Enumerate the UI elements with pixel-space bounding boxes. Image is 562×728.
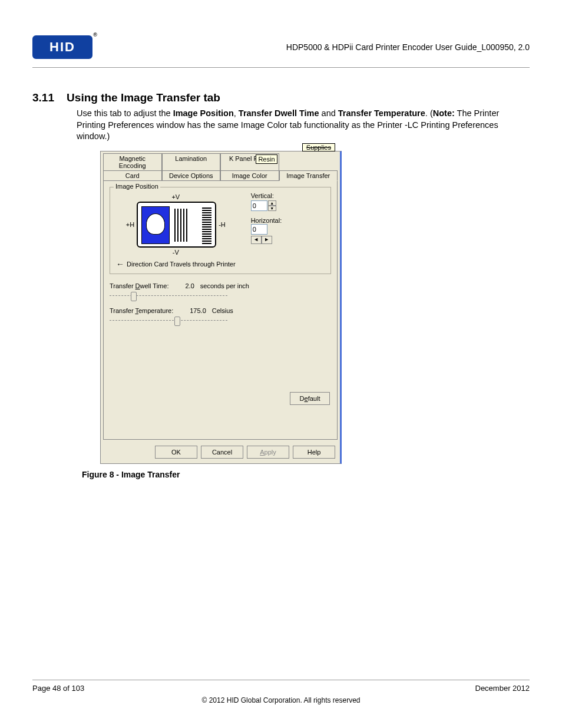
plus-h-label: +H bbox=[126, 221, 134, 228]
dwell-slider[interactable] bbox=[110, 291, 227, 301]
group-title: Image Position bbox=[114, 183, 160, 190]
vertical-up-button[interactable]: ▲ bbox=[268, 200, 276, 206]
section-number: 3.11 bbox=[32, 91, 54, 104]
tab-k-panel-resin[interactable]: K Panel Resin Resin bbox=[220, 153, 279, 170]
section-body: Use this tab to adjust the Image Positio… bbox=[77, 108, 524, 143]
body-bold: Note: bbox=[433, 108, 455, 118]
body-bold: Transfer Dwell Time bbox=[239, 108, 319, 118]
tab-magnetic-encoding[interactable]: Magnetic Encoding bbox=[103, 153, 162, 170]
tab-image-transfer[interactable]: Image Transfer bbox=[279, 170, 338, 181]
minus-h-label: -H bbox=[219, 221, 226, 228]
card-preview bbox=[137, 202, 216, 248]
horizontal-label: Horizontal: bbox=[251, 217, 282, 224]
horizontal-left-button[interactable]: ◄ bbox=[251, 236, 262, 244]
arrow-left-icon: ← bbox=[116, 259, 124, 269]
copyright: © 2012 HID Global Corporation. All right… bbox=[32, 696, 530, 704]
slider-thumb-icon[interactable] bbox=[174, 317, 180, 326]
dwell-label: Transfer Dwell Time: bbox=[110, 282, 168, 289]
hid-logo: HID bbox=[32, 35, 92, 59]
temp-slider[interactable] bbox=[110, 315, 227, 326]
temp-label: Transfer Temperature: bbox=[110, 307, 173, 314]
body-bold: Image Position bbox=[173, 108, 234, 118]
figure-caption: Figure 8 - Image Transfer bbox=[82, 470, 530, 479]
minus-v-label: -V bbox=[173, 249, 179, 256]
vertical-input[interactable] bbox=[251, 200, 267, 211]
vertical-down-button[interactable]: ▼ bbox=[268, 206, 276, 211]
page-header: HID HDP5000 & HDPii Card Printer Encoder… bbox=[32, 35, 530, 68]
cancel-button[interactable]: Cancel bbox=[201, 446, 243, 459]
default-button[interactable]: Default bbox=[290, 392, 330, 405]
temp-unit: Celsius bbox=[212, 307, 233, 314]
tab-image-color[interactable]: Image Color bbox=[220, 170, 279, 180]
overlay-strike: Supplies bbox=[302, 143, 335, 151]
page-number: Page 48 of 103 bbox=[32, 684, 84, 693]
temp-value: 175.0 bbox=[190, 307, 206, 314]
body-text: Use this tab to adjust the bbox=[77, 108, 173, 118]
tab-device-options[interactable]: Device Options bbox=[162, 170, 221, 180]
vertical-label: Vertical: bbox=[251, 192, 282, 199]
doc-title: HDP5000 & HDPii Card Printer Encoder Use… bbox=[286, 42, 530, 52]
image-position-group: Image Position +V +H bbox=[110, 187, 331, 274]
direction-label: Direction Card Travels through Printer bbox=[127, 261, 236, 268]
apply-button[interactable]: Apply bbox=[247, 446, 289, 459]
body-text: , bbox=[234, 108, 239, 118]
body-bold: Transfer Temperature bbox=[338, 108, 425, 118]
ok-button[interactable]: OK bbox=[155, 446, 197, 459]
body-text: and bbox=[319, 108, 338, 118]
section-heading: 3.11 Using the Image Transfer tab bbox=[32, 91, 530, 104]
plus-v-label: +V bbox=[171, 193, 180, 200]
tooltip-resin: Resin bbox=[256, 154, 277, 164]
section-title: Using the Image Transfer tab bbox=[67, 91, 220, 104]
preferences-dialog: Supplies Magnetic Encoding Lamination K … bbox=[100, 151, 342, 464]
footer-date: December 2012 bbox=[475, 684, 530, 693]
tab-lamination[interactable]: Lamination bbox=[162, 153, 221, 170]
body-text: . ( bbox=[425, 108, 433, 118]
horizontal-input[interactable] bbox=[251, 224, 267, 235]
slider-thumb-icon[interactable] bbox=[131, 292, 137, 301]
dwell-value: 2.0 bbox=[185, 282, 194, 289]
tab-card[interactable]: Card bbox=[103, 170, 162, 180]
dwell-unit: seconds per inch bbox=[200, 282, 249, 289]
page-footer: Page 48 of 103 December 2012 © 2012 HID … bbox=[32, 680, 530, 704]
help-button[interactable]: Help bbox=[293, 446, 335, 459]
horizontal-right-button[interactable]: ► bbox=[262, 236, 272, 244]
